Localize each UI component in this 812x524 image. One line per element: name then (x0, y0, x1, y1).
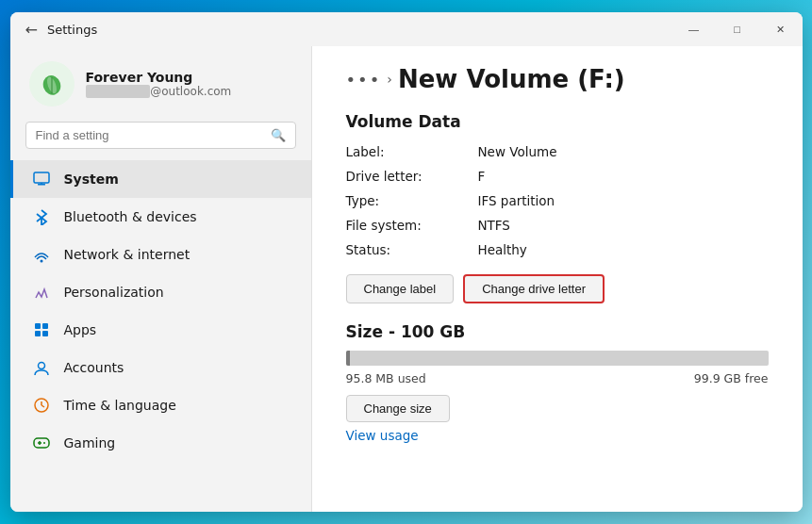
apps-icon (32, 320, 51, 339)
size-buttons-row: Change size (346, 395, 769, 422)
filesystem-value: NTFS (478, 216, 769, 235)
sidebar-item-time[interactable]: Time & language (10, 386, 311, 424)
drive-letter-value: F (478, 167, 769, 186)
network-icon (32, 245, 51, 264)
size-section-title: Size - 100 GB (346, 322, 769, 341)
status-value: Healthy (478, 240, 769, 259)
close-button[interactable]: ✕ (759, 12, 803, 46)
search-icon: 🔍 (271, 128, 286, 142)
breadcrumb: ••• › New Volume (F:) (346, 65, 769, 93)
sidebar-item-apps-label: Apps (64, 322, 97, 337)
titlebar: ← Settings — □ ✕ (10, 12, 803, 46)
system-icon (32, 170, 51, 188)
disk-used-label: 95.8 MB used (346, 371, 426, 385)
sidebar-item-gaming-label: Gaming (64, 435, 116, 450)
status-label: Status: (346, 240, 478, 259)
disk-bar-labels: 95.8 MB used 99.9 GB free (346, 371, 769, 385)
nav-items: System Bluetooth & devices Network & int… (10, 160, 311, 512)
sidebar-item-system-label: System (64, 172, 119, 187)
titlebar-controls: — □ ✕ (672, 12, 803, 46)
volume-buttons-row: Change label Change drive letter (346, 274, 769, 303)
profile-name: Forever Young (86, 70, 232, 85)
profile-email-blurred: foreveryo... (86, 85, 151, 98)
type-label: Type: (346, 191, 478, 210)
minimize-button[interactable]: — (672, 12, 716, 46)
search-bar[interactable]: 🔍 (25, 122, 296, 149)
sidebar-item-network-label: Network & internet (64, 247, 191, 262)
disk-free-label: 99.9 GB free (694, 371, 769, 385)
svg-line-14 (41, 405, 44, 407)
maximize-button[interactable]: □ (716, 12, 759, 46)
personalization-icon (32, 283, 51, 302)
accounts-icon (32, 358, 51, 377)
sidebar-item-personalization-label: Personalization (64, 285, 164, 300)
sidebar-item-accounts[interactable]: Accounts (10, 349, 311, 386)
sidebar-item-network[interactable]: Network & internet (10, 236, 311, 273)
sidebar-item-bluetooth-label: Bluetooth & devices (64, 209, 197, 224)
window-title: Settings (47, 23, 97, 37)
svg-rect-4 (38, 184, 45, 186)
drive-letter-label: Drive letter: (346, 167, 478, 186)
breadcrumb-arrow: › (387, 72, 392, 87)
svg-point-6 (40, 260, 42, 263)
back-button[interactable]: ← (25, 21, 38, 39)
settings-window: ← Settings — □ ✕ Forever Youn (10, 12, 803, 512)
sidebar: Forever Young foreveryo...@outlook.com 🔍… (10, 46, 312, 512)
avatar (29, 61, 75, 106)
svg-rect-9 (35, 331, 41, 336)
change-label-button[interactable]: Change label (346, 274, 455, 303)
volume-data-table: Label: New Volume Drive letter: F Type: … (346, 142, 769, 259)
filesystem-label: File system: (346, 216, 478, 235)
profile-info: Forever Young foreveryo...@outlook.com (86, 70, 232, 98)
disk-usage-bar (346, 351, 769, 366)
search-input[interactable] (36, 128, 263, 142)
svg-rect-3 (34, 172, 49, 183)
content-area: Forever Young foreveryo...@outlook.com 🔍… (10, 46, 803, 512)
label-field-value: New Volume (478, 142, 769, 161)
sidebar-profile: Forever Young foreveryo...@outlook.com (10, 46, 311, 118)
sidebar-item-accounts-label: Accounts (64, 360, 124, 375)
svg-rect-7 (35, 323, 41, 329)
sidebar-item-bluetooth[interactable]: Bluetooth & devices (10, 198, 311, 236)
volume-section-title: Volume Data (346, 112, 769, 131)
breadcrumb-dots: ••• (346, 70, 382, 90)
view-usage-link[interactable]: View usage (346, 428, 419, 443)
bluetooth-icon (32, 207, 51, 226)
label-field-label: Label: (346, 142, 478, 161)
gaming-icon (32, 434, 51, 452)
avatar-leaf-icon (39, 71, 65, 97)
change-size-button[interactable]: Change size (346, 395, 450, 422)
sidebar-item-personalization[interactable]: Personalization (10, 273, 311, 311)
sidebar-item-time-label: Time & language (64, 398, 176, 413)
svg-point-11 (38, 363, 44, 369)
time-icon (32, 396, 51, 415)
sidebar-item-apps[interactable]: Apps (10, 311, 311, 349)
titlebar-left: ← Settings (25, 21, 98, 39)
page-title: New Volume (F:) (398, 65, 625, 93)
svg-rect-8 (42, 323, 48, 329)
profile-email: foreveryo...@outlook.com (86, 85, 232, 98)
type-value: IFS partition (478, 191, 769, 210)
change-drive-letter-button[interactable]: Change drive letter (463, 274, 605, 303)
sidebar-item-system[interactable]: System (10, 160, 311, 198)
main-content: ••• › New Volume (F:) Volume Data Label:… (312, 46, 803, 512)
disk-used-bar (346, 351, 350, 366)
sidebar-item-gaming[interactable]: Gaming (10, 424, 311, 462)
svg-point-18 (43, 442, 45, 444)
svg-rect-10 (42, 331, 48, 336)
